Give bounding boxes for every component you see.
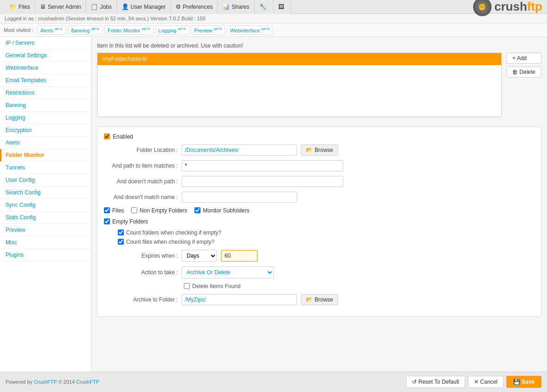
folder-list-item[interactable]: /myFolder/folderX/ (97, 53, 501, 65)
sidebar-item-alerts[interactable]: Alerts (0, 137, 91, 149)
files-check-item: Files (104, 207, 124, 214)
footer-text: Powered by CrushFTP © 2014 CrushFTP (6, 379, 99, 385)
path-matches-row: And path to item matches : (104, 160, 535, 171)
monitor-subfolders-label: Monitor Subfolders (203, 207, 249, 214)
folder-location-input[interactable] (182, 145, 297, 156)
folder-icon-2: 📂 (306, 296, 313, 303)
browse-button-2[interactable]: 📂 Browse (301, 294, 338, 305)
extra2-icon: 🖼 (278, 3, 284, 10)
archive-row: Archive to Folder : 📂 Browse (104, 294, 535, 305)
logo-text: crushftp (494, 0, 542, 14)
enabled-row: Enabled (104, 133, 535, 140)
add-button[interactable]: + Add (506, 53, 541, 64)
folder-location-label: Folder Location : (104, 147, 178, 153)
archive-label: Archive to Folder : (104, 296, 178, 303)
checkboxes-row-1: Files Non Empty Folders Monitor Subfolde… (104, 207, 535, 214)
sidebar-item-tunnels[interactable]: Tunnels (0, 162, 91, 174)
quick-nav-label: Most visited : (4, 27, 33, 33)
status-bar: Logged in as : crushadmin (Session timeo… (0, 14, 547, 24)
count-folders-checkbox[interactable] (118, 229, 124, 235)
sidebar-item-banning[interactable]: Banning (0, 99, 91, 112)
expires-unit-select[interactable]: Days Hours Minutes (182, 250, 217, 262)
count-files-checkbox[interactable] (118, 239, 124, 245)
delete-button[interactable]: 🗑 Delete (506, 66, 541, 78)
tab-user-manager[interactable]: 👤 User Manager (117, 0, 171, 14)
tab-jobs[interactable]: 📋 Jobs (86, 0, 116, 14)
empty-folders-checkbox[interactable] (104, 218, 110, 224)
footer: Powered by CrushFTP © 2014 CrushFTP ↺ Re… (0, 372, 547, 392)
header: 📁 Files 🖥 Server Admin 📋 Jobs 👤 User Man… (0, 0, 547, 14)
sidebar-item-general-settings[interactable]: General Settings (0, 49, 91, 62)
sidebar-item-misc[interactable]: Misc (0, 236, 91, 249)
extra1-icon: 🔧 (259, 3, 267, 10)
path-matches-input[interactable] (182, 160, 343, 171)
path-matches-label: And path to item matches : (104, 163, 178, 169)
crushftp-link[interactable]: CrushFTP (34, 379, 57, 385)
action-row: Action to take : Archive Or Delete Delet… (104, 266, 535, 278)
sidebar-item-encryption[interactable]: Encryption (0, 124, 91, 137)
reset-button[interactable]: ↺ Reset To Default (406, 376, 465, 388)
sidebar-item-user-config[interactable]: User Config (0, 174, 91, 187)
tab-preferences[interactable]: ⚙ Preferences (171, 0, 218, 14)
no-match-path-input[interactable] (182, 176, 343, 187)
no-match-path-row: And doesn't match path : (104, 176, 535, 187)
delete-items-label: Delete Items Found (192, 283, 241, 289)
count-folders-label: Count folders when checking if empty? (126, 229, 221, 236)
sidebar-item-search-config[interactable]: Search Config (0, 187, 91, 199)
folder-list-wrap: /myFolder/folderX/ (97, 53, 502, 122)
tab-server-admin[interactable]: 🖥 Server Admin (35, 0, 86, 14)
sidebar-item-webinterface[interactable]: WebInterface (0, 62, 91, 74)
logo: ✊ crushftp (473, 0, 542, 16)
sidebar-item-plugins[interactable]: Plugins (0, 249, 91, 261)
tab-extra2[interactable]: 🖼 (274, 0, 291, 14)
expires-row: Expires when : Days Hours Minutes (104, 250, 535, 262)
enabled-checkbox[interactable] (104, 133, 110, 139)
sidebar-item-sync-config[interactable]: Sync Config (0, 199, 91, 211)
form-section: Enabled Folder Location : 📂 Browse And p… (97, 127, 541, 317)
expires-value-input[interactable] (221, 250, 258, 262)
archive-input[interactable] (182, 294, 297, 305)
quick-link-folder-monitor[interactable]: Folder Monitor alt+3 (104, 25, 153, 35)
sidebar-item-stats-config[interactable]: Stats Config (0, 211, 91, 224)
quick-link-banning[interactable]: Banning alt+2 (68, 25, 103, 35)
no-match-name-input[interactable] (182, 192, 297, 203)
content: Item in this list will be deleted or arc… (91, 37, 547, 372)
quick-link-logging[interactable]: Logging alt+4 (155, 25, 189, 35)
sidebar-item-email-templates[interactable]: Email Templates (0, 74, 91, 87)
action-select[interactable]: Archive Or Delete Delete Archive (182, 266, 274, 278)
files-label: Files (112, 207, 124, 214)
empty-folders-label: Empty Folders (112, 218, 148, 225)
count-files-label: Count files when checking if empty? (126, 239, 214, 245)
save-button[interactable]: 💾 Save (506, 376, 541, 388)
monitor-subfolders-check-item: Monitor Subfolders (194, 207, 249, 214)
cancel-button[interactable]: ✕ Cancel (468, 376, 504, 388)
nav-tabs: 📁 Files 🖥 Server Admin 📋 Jobs 👤 User Man… (5, 0, 291, 14)
folder-icon: 📂 (306, 147, 313, 153)
files-icon: 📁 (9, 3, 17, 10)
browse-button-1[interactable]: 📂 Browse (301, 145, 338, 156)
quick-link-preview[interactable]: Preview alt+5 (191, 25, 225, 35)
sidebar-item-ip-servers[interactable]: IP / Servers (0, 37, 91, 49)
no-match-name-row: And doesn't match name : (104, 192, 535, 203)
user-icon: 👤 (122, 3, 129, 10)
warning-text: Item in this list will be deleted or arc… (97, 42, 541, 49)
files-checkbox[interactable] (104, 207, 110, 213)
sidebar-item-logging[interactable]: Logging (0, 112, 91, 124)
tab-files[interactable]: 📁 Files (5, 0, 35, 14)
non-empty-folders-checkbox[interactable] (131, 207, 137, 213)
count-files-row: Count files when checking if empty? (118, 239, 535, 245)
monitor-subfolders-checkbox[interactable] (194, 207, 201, 213)
quick-link-alerts[interactable]: Alerts alt+1 (37, 25, 66, 35)
quick-link-webinterface[interactable]: Webinterface alt+6 (227, 25, 273, 35)
delete-items-checkbox[interactable] (184, 283, 190, 289)
tab-shares[interactable]: 📊 Shares (218, 0, 254, 14)
tab-extra1[interactable]: 🔧 (255, 0, 274, 14)
sidebar-item-restrictions[interactable]: Restrictions (0, 87, 91, 99)
no-match-path-label: And doesn't match path : (104, 178, 178, 185)
folder-list: /myFolder/folderX/ (97, 53, 502, 117)
sub-check-section: Count folders when checking if empty? Co… (118, 229, 535, 245)
sidebar-item-preview[interactable]: Preview (0, 224, 91, 236)
sidebar-item-folder-monitor[interactable]: Folder Monitor (0, 149, 91, 162)
action-label: Action to take : (104, 269, 178, 276)
crushftp-link2[interactable]: CrushFTP (76, 379, 99, 385)
